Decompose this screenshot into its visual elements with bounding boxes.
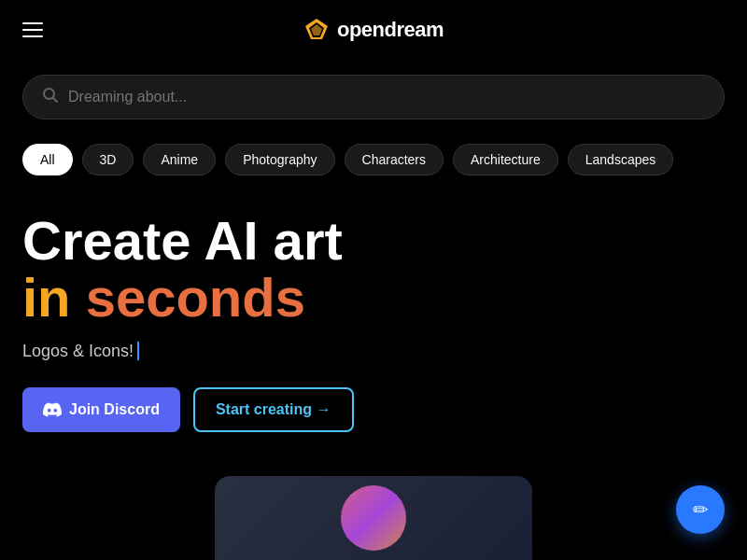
pill-photography[interactable]: Photography [225,144,334,175]
pill-3d[interactable]: 3D [82,144,134,175]
start-creating-button[interactable]: Start creating → [193,387,354,432]
start-button-label: Start creating → [216,401,331,418]
bottom-preview [215,476,532,560]
hero-tagline: Logos & Icons! [22,342,725,361]
edit-icon: ✏ [693,498,709,521]
hero-subtitle: in seconds [22,270,725,327]
pill-characters[interactable]: Characters [345,144,444,175]
discord-icon [43,400,62,419]
pill-architecture[interactable]: Architecture [453,144,558,175]
discord-button[interactable]: Join Discord [22,387,180,432]
edit-fab[interactable]: ✏ [676,485,725,534]
hero-title-line1: Create AI art [22,213,725,270]
pill-anime[interactable]: Anime [143,144,216,175]
hamburger-menu[interactable] [22,22,43,37]
search-icon [42,87,59,107]
header: opendream [0,0,747,60]
hero-in-text: in [22,267,71,328]
logo[interactable]: opendream [303,17,444,43]
cta-buttons: Join Discord Start creating → [22,387,725,432]
search-bar [22,75,725,119]
search-container [0,60,747,134]
pill-landscapes[interactable]: Landscapes [568,144,674,175]
search-input[interactable] [68,89,705,105]
hero-section: Create AI art in seconds Logos & Icons! … [0,185,747,451]
logo-icon [303,17,330,43]
hero-seconds-text: seconds [86,267,305,328]
cursor [137,342,139,360]
discord-button-label: Join Discord [69,401,160,418]
pill-all[interactable]: All [22,144,73,175]
svg-line-4 [53,98,58,103]
preview-image [341,485,406,551]
category-pills: All 3D Anime Photography Characters Arch… [0,134,747,185]
logo-text: opendream [337,18,444,42]
